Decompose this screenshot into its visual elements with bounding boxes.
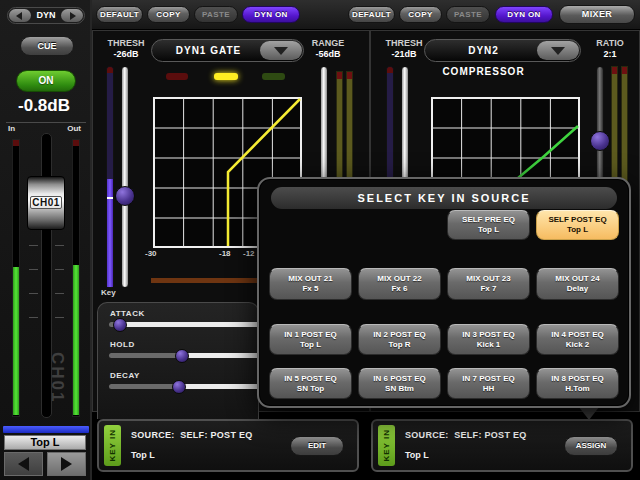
channel-next-button[interactable] bbox=[47, 452, 86, 476]
gate-open-led bbox=[166, 73, 188, 80]
gr-meter-peak bbox=[612, 67, 617, 74]
toolbar: DEFAULT COPY PASTE DYN ON DEFAULT COPY P… bbox=[92, 0, 640, 30]
fader-tick bbox=[29, 269, 38, 270]
key-meter-fill bbox=[107, 179, 113, 287]
dyn2-type-dropdown-button[interactable] bbox=[537, 41, 579, 60]
range-value: -56dB bbox=[305, 49, 351, 60]
source-in1-post-eq-button[interactable]: IN 1 POST EQ Top L bbox=[269, 324, 352, 355]
dyn1-copy-button[interactable]: COPY bbox=[147, 6, 190, 23]
source-mix-out-22-button[interactable]: MIX OUT 22 Fx 6 bbox=[358, 268, 441, 300]
key-meter-peak bbox=[107, 67, 113, 73]
keyin-source-name: Top L bbox=[131, 450, 155, 460]
dyn1-threshold-slider[interactable] bbox=[121, 66, 129, 288]
gate-envelope-panel: ATTACK HOLD DECAY bbox=[97, 302, 259, 419]
left-arrow-icon bbox=[18, 457, 29, 471]
screen-next-button[interactable] bbox=[61, 9, 83, 22]
keyin-edit-button[interactable]: EDIT bbox=[290, 436, 344, 456]
channel-fader-knob[interactable]: CH01 bbox=[27, 176, 65, 230]
axis-tick: -18 bbox=[219, 249, 231, 258]
channel-prev-button[interactable] bbox=[4, 452, 43, 476]
source-line1: IN 4 POST EQ bbox=[537, 330, 618, 340]
gr-meter-peak bbox=[622, 67, 627, 74]
source-in5-post-eq-button[interactable]: IN 5 POST EQ SN Top bbox=[269, 368, 352, 399]
mixer-button[interactable]: MIXER bbox=[559, 5, 635, 24]
dyn2-on-button[interactable]: DYN ON bbox=[495, 6, 553, 23]
source-in7-post-eq-button[interactable]: IN 7 POST EQ HH bbox=[447, 368, 530, 399]
axis-tick: -30 bbox=[145, 249, 157, 258]
channel-name-label: Top L bbox=[4, 435, 86, 450]
channel-id-watermark: CH01 bbox=[47, 352, 67, 422]
dyn1-threshold-knob[interactable] bbox=[115, 186, 135, 206]
screen-selector: DYN bbox=[7, 7, 85, 24]
source-in6-post-eq-button[interactable]: IN 6 POST EQ SN Btm bbox=[358, 368, 441, 399]
key-meter-peak bbox=[387, 67, 393, 73]
dyn1-on-button[interactable]: DYN ON bbox=[242, 6, 300, 23]
fader-tick bbox=[29, 245, 38, 246]
gate-closed-led bbox=[262, 73, 285, 80]
source-line1: SELF POST EQ bbox=[537, 215, 618, 225]
dyn1-thresh-label: THRESH -26dB bbox=[103, 38, 149, 60]
in-meter-label: In bbox=[8, 124, 15, 133]
source-line2: Delay bbox=[537, 284, 618, 294]
source-line1: MIX OUT 21 bbox=[270, 274, 351, 284]
dyn1-type-select[interactable]: DYN1 GATE bbox=[151, 39, 304, 62]
source-line2: Fx 5 bbox=[270, 284, 351, 294]
ratio-value: 2:1 bbox=[587, 49, 633, 60]
thresh-title: THRESH bbox=[381, 38, 427, 49]
keyin-tab-label: KEY IN bbox=[382, 429, 391, 462]
source-line2: Top L bbox=[270, 340, 351, 350]
decay-label: DECAY bbox=[110, 371, 140, 380]
source-in4-post-eq-button[interactable]: IN 4 POST EQ Kick 2 bbox=[536, 324, 619, 355]
dyn2-type-label: DYN2 COMPRESSOR bbox=[433, 40, 534, 61]
source-line2: Fx 7 bbox=[448, 284, 529, 294]
source-mix-out-21-button[interactable]: MIX OUT 21 Fx 5 bbox=[269, 268, 352, 300]
hold-knob[interactable] bbox=[175, 349, 189, 363]
dyn2-type-select[interactable]: DYN2 COMPRESSOR bbox=[424, 39, 581, 62]
channel-on-button[interactable]: ON bbox=[16, 70, 76, 92]
dyn1-paste-button: PASTE bbox=[194, 6, 238, 23]
fader-tick bbox=[29, 317, 38, 318]
source-line2: SN Btm bbox=[359, 384, 440, 394]
decay-knob[interactable] bbox=[172, 380, 186, 394]
keyin-tab: KEY IN bbox=[104, 425, 121, 466]
hold-label: HOLD bbox=[110, 340, 135, 349]
gr-meter-peak bbox=[347, 72, 352, 79]
keyin-tab: KEY IN bbox=[378, 425, 395, 466]
thresh-value: -21dB bbox=[381, 49, 427, 60]
attack-knob[interactable] bbox=[113, 318, 127, 332]
source-line2: H.Tom bbox=[537, 384, 618, 394]
out-meter-label: Out bbox=[67, 124, 81, 133]
chevron-down-icon bbox=[274, 47, 288, 55]
fader-tick bbox=[29, 293, 38, 294]
source-self-post-eq-button[interactable]: SELF POST EQ Top L bbox=[536, 210, 619, 240]
keyin-tab-label: KEY IN bbox=[108, 429, 117, 462]
source-line1: IN 6 POST EQ bbox=[359, 374, 440, 384]
source-in2-post-eq-button[interactable]: IN 2 POST EQ Top R bbox=[358, 324, 441, 355]
source-line1: IN 8 POST EQ bbox=[537, 374, 618, 384]
fader-tick bbox=[55, 269, 64, 270]
fader-gain-value: -0.8dB bbox=[0, 96, 88, 116]
dyn2-copy-button[interactable]: COPY bbox=[399, 6, 442, 23]
source-line2: Fx 6 bbox=[359, 284, 440, 294]
source-in8-post-eq-button[interactable]: IN 8 POST EQ H.Tom bbox=[536, 368, 619, 399]
source-mix-out-23-button[interactable]: MIX OUT 23 Fx 7 bbox=[447, 268, 530, 300]
fader-knob-label: CH01 bbox=[30, 196, 62, 209]
attack-slider[interactable] bbox=[109, 322, 259, 327]
gr-meter-peak bbox=[337, 72, 342, 79]
thresh-title: THRESH bbox=[103, 38, 149, 49]
dyn2-ratio-knob[interactable] bbox=[590, 131, 610, 151]
source-mix-out-24-button[interactable]: MIX OUT 24 Delay bbox=[536, 268, 619, 300]
cue-button[interactable]: CUE bbox=[20, 36, 74, 56]
source-in3-post-eq-button[interactable]: IN 3 POST EQ Kick 1 bbox=[447, 324, 530, 355]
source-line1: IN 2 POST EQ bbox=[359, 330, 440, 340]
source-line2: SN Top bbox=[270, 384, 351, 394]
fader-tick bbox=[55, 245, 64, 246]
dyn1-default-button[interactable]: DEFAULT bbox=[96, 6, 143, 23]
thresh-value: -26dB bbox=[103, 49, 149, 60]
range-title: RANGE bbox=[305, 38, 351, 49]
source-self-pre-eq-button[interactable]: SELF PRE EQ Top L bbox=[447, 210, 530, 240]
keyin-assign-button[interactable]: ASSIGN bbox=[564, 436, 618, 456]
keyin-source-text: SOURCE: SELF: POST EQ bbox=[405, 430, 527, 440]
dyn2-default-button[interactable]: DEFAULT bbox=[348, 6, 395, 23]
dyn1-type-dropdown-button[interactable] bbox=[260, 41, 302, 60]
